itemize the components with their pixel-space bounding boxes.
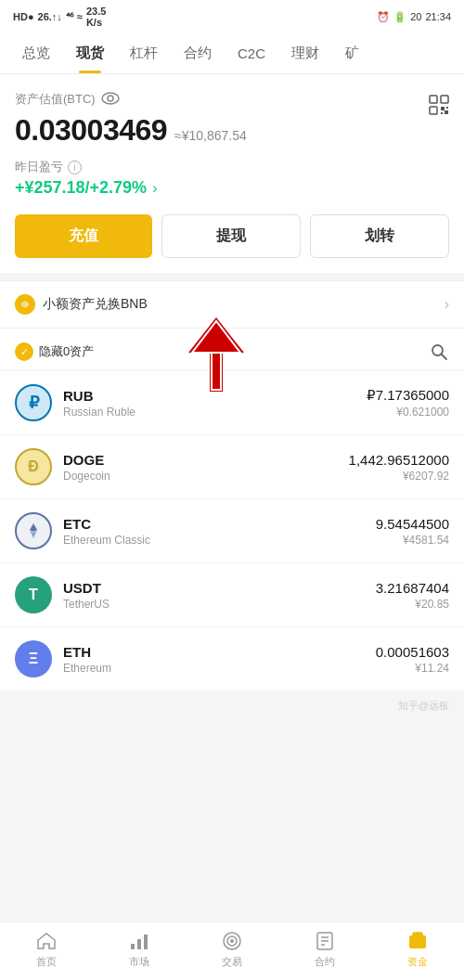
nav-assets-label: 资金: [407, 955, 428, 969]
rub-symbol: RUB: [63, 388, 355, 404]
withdraw-button[interactable]: 提现: [161, 214, 301, 258]
tab-finance[interactable]: 理财: [278, 33, 332, 73]
usdt-symbol: USDT: [63, 580, 365, 596]
speed-indicator: 23.5K/s: [86, 6, 106, 28]
wallet-icon: [406, 930, 429, 952]
etc-symbol: ETC: [63, 516, 365, 532]
pnl-row: +¥257.18/+2.79% ›: [15, 178, 449, 198]
usdt-info: USDT TetherUS: [63, 580, 365, 611]
eth-cny: ¥11.24: [376, 662, 449, 675]
rub-fullname: Russian Ruble: [63, 406, 355, 419]
asset-btc-amount: 0.03003469: [15, 113, 167, 148]
rub-info: RUB Russian Ruble: [63, 388, 355, 419]
convert-text: 小额资产兑换BNB: [43, 296, 148, 313]
convert-arrow-icon: ›: [445, 296, 449, 313]
tab-mining[interactable]: 矿: [332, 33, 372, 73]
hide-zero-label: 隐藏0资产: [39, 343, 94, 360]
watermark: 知乎@远板: [0, 691, 464, 720]
asset-item-etc[interactable]: ETC Ethereum Classic 9.54544500 ¥4581.54: [0, 499, 464, 563]
rub-icon: ₽: [15, 384, 52, 421]
time-display: 21:34: [425, 11, 451, 22]
nav-market[interactable]: 市场: [93, 930, 186, 969]
nav-home[interactable]: 首页: [0, 930, 93, 969]
doge-balance: 1,442.96512000 ¥6207.92: [349, 452, 449, 483]
eye-icon[interactable]: [101, 92, 120, 108]
hd-indicator: HD●: [13, 11, 34, 22]
etc-fullname: Ethereum Classic: [63, 534, 365, 547]
asset-btc-row: 0.03003469 ≈¥10,867.54: [15, 113, 247, 148]
etc-icon: [15, 512, 52, 549]
home-icon: [35, 930, 58, 952]
svg-rect-6: [446, 107, 448, 109]
pnl-arrow[interactable]: ›: [152, 180, 157, 197]
asset-item-rub[interactable]: ₽ RUB Russian Ruble ₽7.17365000 ¥0.62100…: [0, 371, 464, 435]
svg-rect-2: [430, 96, 437, 103]
tab-leverage[interactable]: 杠杆: [117, 33, 171, 73]
contract-icon: [314, 930, 336, 952]
hide-zero-toggle[interactable]: ✓ 隐藏0资产: [15, 342, 94, 361]
chart-icon: [128, 930, 150, 952]
doge-symbol: DOGE: [63, 452, 338, 468]
scan-icon[interactable]: [429, 95, 449, 119]
alarm-icon: ⏰: [377, 11, 390, 23]
tab-c2c[interactable]: C2C: [225, 34, 278, 72]
usdt-icon: T: [15, 576, 52, 613]
battery-level: 20: [410, 11, 421, 22]
svg-rect-8: [445, 110, 448, 114]
asset-cny-amount: ≈¥10,867.54: [174, 128, 247, 143]
asset-label: 资产估值(BTC): [15, 91, 247, 108]
asset-item-usdt[interactable]: T USDT TetherUS 3.21687404 ¥20.85: [0, 563, 464, 627]
svg-rect-4: [430, 107, 437, 114]
pnl-value: +¥257.18/+2.79%: [15, 178, 147, 198]
search-button[interactable]: [429, 342, 449, 362]
eth-balance: 0.00051603 ¥11.24: [376, 644, 449, 675]
battery-icon: 🔋: [393, 11, 406, 23]
tab-spot[interactable]: 现货: [63, 33, 117, 73]
doge-cny: ¥6207.92: [349, 470, 449, 483]
asset-item-eth[interactable]: Ξ ETH Ethereum 0.00051603 ¥11.24: [0, 627, 464, 691]
nav-trade[interactable]: 交易: [186, 930, 278, 969]
rub-cny: ¥0.621000: [367, 406, 449, 419]
tab-contract[interactable]: 合约: [171, 33, 225, 73]
action-buttons: 充值 提现 划转: [15, 214, 449, 258]
nav-home-label: 首页: [36, 955, 57, 969]
doge-info: DOGE Dogecoin: [63, 452, 338, 483]
asset-list: ₽ RUB Russian Ruble ₽7.17365000 ¥0.62100…: [0, 371, 464, 691]
doge-icon: Ð: [15, 448, 52, 485]
usdt-cny: ¥20.85: [376, 598, 449, 611]
yesterday-label: 昨日盈亏 i: [15, 159, 449, 175]
usdt-balance: 3.21687404 ¥20.85: [376, 580, 449, 611]
deposit-button[interactable]: 充值: [15, 214, 152, 258]
transfer-button[interactable]: 划转: [310, 214, 449, 258]
svg-rect-21: [144, 935, 148, 949]
nav-tabs: 总览 现货 杠杆 合约 C2C 理财 矿: [0, 33, 464, 74]
lte-indicator: ⁴⁶: [66, 11, 73, 23]
nav-trade-label: 交易: [222, 955, 242, 969]
convert-banner[interactable]: 小额资产兑换BNB ›: [0, 280, 464, 329]
usdt-amount: 3.21687404: [376, 580, 449, 596]
eth-amount: 0.00051603: [376, 644, 449, 660]
svg-line-16: [442, 355, 447, 360]
rub-amount: ₽7.17365000: [367, 387, 449, 404]
svg-point-24: [230, 939, 234, 943]
asset-item-doge[interactable]: Ð DOGE Dogecoin 1,442.96512000 ¥6207.92: [0, 435, 464, 499]
svg-point-0: [102, 93, 119, 104]
doge-fullname: Dogecoin: [63, 470, 338, 483]
svg-point-1: [108, 96, 113, 101]
svg-rect-5: [441, 107, 445, 110]
svg-rect-20: [137, 939, 141, 949]
svg-rect-19: [131, 944, 135, 949]
etc-info: ETC Ethereum Classic: [63, 516, 365, 547]
tab-overview[interactable]: 总览: [9, 33, 63, 73]
wifi-icon: ≈: [77, 11, 83, 22]
svg-marker-17: [30, 523, 37, 532]
etc-cny: ¥4581.54: [376, 534, 449, 547]
doge-amount: 1,442.96512000: [349, 452, 449, 468]
nav-contract-label: 合约: [315, 955, 335, 969]
nav-assets[interactable]: 资金: [371, 930, 464, 969]
svg-rect-30: [420, 941, 424, 945]
signal-strength: 26.↑↓: [38, 11, 62, 22]
nav-contract[interactable]: 合约: [278, 930, 371, 969]
bottom-nav: 首页 市场 交易: [0, 922, 464, 980]
status-left: HD● 26.↑↓ ⁴⁶ ≈ 23.5K/s: [13, 6, 106, 28]
